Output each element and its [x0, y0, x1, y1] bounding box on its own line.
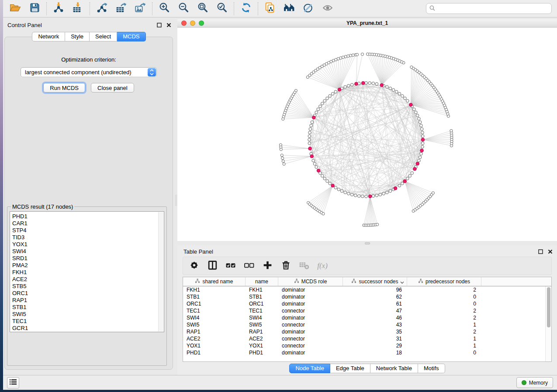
tab-select[interactable]: Select — [90, 32, 117, 41]
open-file-button[interactable] — [8, 2, 22, 16]
mcds-result-node[interactable]: RAP1 — [12, 297, 157, 304]
sort-desc-icon — [400, 279, 404, 285]
import-network-button[interactable] — [52, 2, 66, 16]
search-input[interactable] — [437, 6, 548, 12]
table-cell: YOX1 — [246, 343, 278, 349]
tab-mcds[interactable]: MCDS — [117, 32, 145, 41]
table-tab-node-table[interactable]: Node Table — [289, 364, 330, 373]
zoom-window-button[interactable] — [199, 21, 204, 26]
attribute-type-icon — [195, 279, 200, 285]
import-table-button[interactable] — [71, 2, 85, 16]
export-image-button[interactable] — [133, 2, 147, 16]
mcds-result-node[interactable]: STB5 — [12, 283, 157, 290]
search-box[interactable] — [426, 3, 552, 14]
mcds-result-node[interactable]: ACE2 — [12, 276, 157, 283]
table-tab-network-table[interactable]: Network Table — [370, 364, 418, 373]
table-scrollbar[interactable] — [545, 286, 551, 361]
table-row[interactable]: SWI4SWI4dominator462 — [183, 314, 551, 321]
mcds-result-node[interactable]: SWI5 — [12, 311, 157, 318]
table-row[interactable]: TEC1TEC1connector472 — [183, 307, 551, 314]
column-header-shared-name[interactable]: shared name — [183, 277, 246, 286]
attribute-type-icon — [418, 279, 423, 285]
zoom-fit-button[interactable] — [196, 2, 210, 16]
toolbar-buttons — [7, 2, 339, 16]
save-session-button[interactable] — [28, 2, 42, 16]
mcds-result-node[interactable]: SRD1 — [12, 255, 157, 262]
network-window-title: YPA_prune.txt_1 — [177, 20, 557, 26]
mcds-result-node[interactable]: STB1 — [12, 304, 157, 311]
mcds-result-node[interactable]: STP4 — [12, 227, 157, 234]
table-options-button[interactable] — [188, 260, 200, 272]
table-row[interactable]: STB1STB1dominator620 — [183, 293, 551, 300]
table-row[interactable]: ORC1ORC1dominator610 — [183, 300, 551, 307]
table-row[interactable]: SWI5SWI5connector431 — [183, 321, 551, 328]
column-header-successor-nodes[interactable]: successor nodes — [343, 277, 407, 286]
close-panel-button[interactable]: Close panel — [91, 83, 134, 93]
export-network-button[interactable] — [95, 2, 109, 16]
table-cell: RAP1 — [183, 329, 246, 335]
delete-table-icon — [299, 260, 310, 272]
close-panel-icon[interactable] — [548, 249, 553, 254]
export-table-button[interactable] — [114, 2, 128, 16]
add-column-button[interactable] — [262, 260, 273, 272]
network-graph[interactable] — [177, 28, 557, 241]
refresh-button[interactable] — [239, 2, 253, 16]
criterion-select[interactable]: largest connected component (undirected) — [21, 67, 157, 77]
table-row[interactable]: PHD1PHD1dominator180 — [183, 349, 551, 356]
show-columns-button[interactable] — [207, 260, 218, 272]
run-mcds-button[interactable]: Run MCDS — [43, 83, 85, 93]
table-row[interactable]: YOX1YOX1connector291 — [183, 342, 551, 349]
table-row[interactable]: FKH1FKH1dominator962 — [183, 286, 551, 293]
control-panel: Control Panel NetworkStyleSelectMCDS Opt… — [3, 17, 175, 375]
table-row[interactable]: RAP1RAP1dominator352 — [183, 328, 551, 335]
table-tab-edge-table[interactable]: Edge Table — [330, 364, 370, 373]
mcds-result-node[interactable]: ORC1 — [12, 290, 157, 297]
mcds-result-node[interactable]: PMA2 — [12, 262, 157, 269]
mcds-result-node[interactable]: SWI4 — [12, 248, 157, 255]
task-history-button[interactable] — [7, 377, 19, 389]
table-cell: ACE2 — [246, 336, 278, 342]
first-neighbors-button[interactable] — [282, 2, 296, 16]
mcds-result-node[interactable]: CAR1 — [12, 220, 157, 227]
table-tab-motifs[interactable]: Motifs — [418, 364, 445, 373]
column-header-predecessor-nodes[interactable]: predecessor nodes — [407, 277, 481, 286]
scrollbar-thumb[interactable] — [547, 287, 550, 327]
float-panel-icon[interactable] — [538, 249, 543, 254]
mcds-result-node[interactable]: PHD1 — [12, 213, 157, 220]
unselect-all-button[interactable] — [243, 260, 255, 272]
select-all-button[interactable] — [225, 260, 236, 272]
mcds-result-node[interactable]: GCR1 — [12, 325, 157, 332]
style-tool-button[interactable] — [301, 2, 315, 16]
zoom-in-button[interactable] — [157, 2, 171, 16]
column-header-MCDS-role[interactable]: MCDS role — [278, 277, 343, 286]
save-icon — [29, 2, 41, 15]
delete-table-button — [298, 260, 310, 272]
node-table: shared namenameMCDS rolesuccessor nodesp… — [183, 277, 552, 362]
tab-style[interactable]: Style — [65, 32, 90, 41]
column-label: predecessor nodes — [426, 279, 470, 285]
table-cell: connector — [278, 322, 343, 328]
zoom-selected-button[interactable] — [215, 2, 229, 16]
table-cell: 2 — [407, 287, 481, 293]
close-panel-icon[interactable] — [166, 23, 171, 28]
minimize-window-button[interactable] — [190, 21, 195, 26]
column-header-name[interactable]: name — [246, 277, 278, 286]
uncheck-pair-icon — [244, 260, 255, 272]
tab-network[interactable]: Network — [32, 32, 65, 41]
new-network-from-selection-button[interactable] — [263, 2, 277, 16]
close-window-button[interactable] — [181, 21, 187, 26]
memory-button[interactable]: Memory — [516, 377, 553, 388]
network-canvas[interactable] — [177, 28, 557, 241]
toolbar-group — [47, 2, 90, 16]
list-scrollbar[interactable] — [158, 212, 163, 331]
mcds-result-node[interactable]: TID3 — [12, 234, 157, 241]
zoom-out-button[interactable] — [176, 2, 190, 16]
mcds-result-node[interactable]: YOX1 — [12, 241, 157, 248]
horizontal-splitter[interactable] — [177, 241, 557, 245]
float-panel-icon[interactable] — [157, 23, 162, 28]
table-row[interactable]: ACE2ACE2connector311 — [183, 335, 551, 342]
mcds-result-node[interactable]: FKH1 — [12, 269, 157, 276]
delete-columns-button[interactable] — [280, 260, 291, 272]
mcds-result-node[interactable]: TEC1 — [12, 318, 157, 325]
table-cell: SWI5 — [183, 322, 246, 328]
